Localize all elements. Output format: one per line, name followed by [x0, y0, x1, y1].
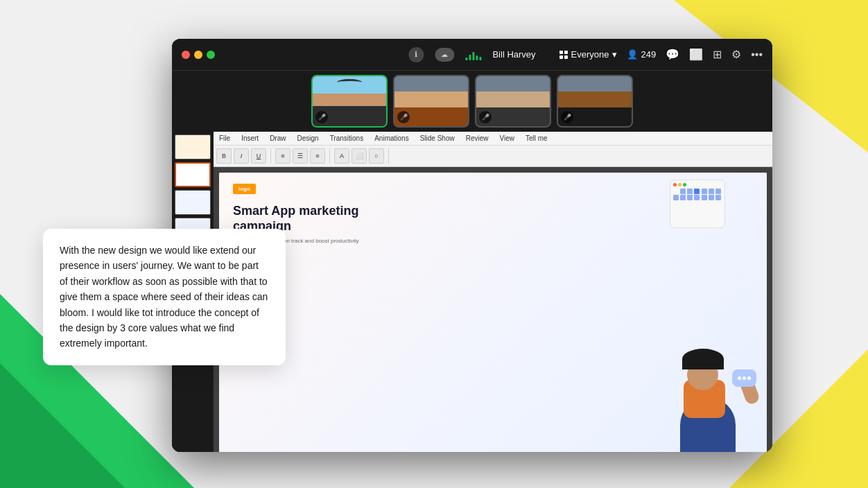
more-icon[interactable]: •••	[751, 49, 763, 61]
cal-dot-red	[673, 183, 677, 186]
chat-bubble-small	[732, 369, 756, 387]
participants-strip: 🎤 🎤 🎤 🎤	[172, 71, 772, 132]
everyone-label: Everyone	[571, 49, 609, 60]
ribbon-btn-7[interactable]: A	[334, 148, 349, 164]
traffic-lights	[182, 51, 215, 59]
mic-muted-icon-3: 🎤	[482, 114, 489, 121]
ribbon-btn-1[interactable]: B	[216, 148, 232, 164]
grid-dot-1	[559, 51, 563, 54]
slide-thumb-inner-3	[175, 191, 210, 214]
audio-bar-1	[465, 58, 467, 60]
mic-active-icon: 🎤	[318, 114, 326, 121]
mic-muted-icon-2: 🎤	[400, 114, 408, 121]
grid-dot-4	[564, 55, 568, 59]
calendar-header	[673, 183, 722, 186]
menu-view[interactable]: View	[496, 133, 517, 143]
ribbon-btn-9[interactable]: ○	[369, 148, 384, 164]
cloud-icon: ☁	[441, 51, 448, 58]
settings-icon[interactable]: ⚙	[731, 48, 741, 61]
info-button[interactable]: ℹ	[408, 47, 424, 62]
grid-dot-3	[559, 55, 563, 59]
calendar-widget	[670, 180, 725, 228]
cloud-button[interactable]: ☁	[435, 48, 454, 62]
ribbon-group-2: ≡ ☰ ≡	[275, 148, 330, 164]
participant-thumb-2[interactable]: 🎤	[393, 75, 469, 128]
traffic-light-close[interactable]	[182, 51, 190, 59]
slide-thumb-2[interactable]	[175, 162, 211, 187]
menu-tellme[interactable]: Tell me	[523, 133, 550, 143]
menu-animations[interactable]: Animations	[372, 133, 411, 143]
apps-icon[interactable]: ⊞	[713, 48, 722, 61]
menu-design[interactable]: Design	[294, 133, 321, 143]
title-bar-right: Everyone ▾ 👤 249 💬 ⬜ ⊞ ⚙ •••	[559, 48, 763, 61]
cal-dot-yellow	[678, 183, 682, 186]
info-icon: ℹ	[415, 50, 417, 59]
speech-bubble: With the new design we would like extend…	[43, 229, 286, 365]
mic-muted-icon-4: 🎤	[564, 114, 571, 121]
person-illustration	[670, 363, 760, 452]
participant-thumb-3[interactable]: 🎤	[475, 75, 551, 128]
menu-draw[interactable]: Draw	[267, 133, 288, 143]
ribbon-btn-4[interactable]: ≡	[275, 148, 290, 164]
menu-review[interactable]: Review	[463, 133, 492, 143]
participant-thumb-1[interactable]: 🎤	[311, 75, 388, 128]
ribbon-group-3: A ⬜ ○	[334, 148, 389, 164]
audio-bar-5	[479, 57, 481, 60]
title-bar: ℹ ☁ Bill Harvey Eve	[172, 39, 772, 71]
count-number: 249	[641, 49, 656, 60]
slide-content: logo Smart App marketing campaign Keep y…	[214, 167, 772, 452]
slide-frame: logo Smart App marketing campaign Keep y…	[219, 173, 767, 452]
cal-dot-green	[683, 183, 686, 186]
speech-bubble-text: With the new design we would like extend…	[60, 245, 268, 349]
slide-thumb-3[interactable]	[175, 190, 211, 215]
everyone-button[interactable]: Everyone ▾	[559, 49, 618, 60]
ribbon-group-1: B I U	[216, 148, 271, 164]
audio-bar-2	[469, 55, 471, 60]
grid-icon	[559, 51, 568, 59]
audio-bar-4	[476, 55, 478, 60]
slide-main: File Insert Draw Design Transitions Anim…	[214, 132, 772, 452]
participant-thumb-4[interactable]: 🎤	[557, 75, 633, 128]
slide-thumb-inner-1	[175, 135, 210, 159]
ribbon-btn-3[interactable]: U	[251, 148, 266, 164]
whiteboard-icon[interactable]: ⬜	[689, 48, 703, 61]
participant-mic-3: 🎤	[479, 111, 492, 123]
person-hair	[682, 349, 724, 369]
menu-insert[interactable]: Insert	[238, 133, 261, 143]
traffic-light-minimize[interactable]	[194, 51, 202, 59]
ribbon-btn-8[interactable]: ⬜	[351, 148, 367, 164]
traffic-light-maximize[interactable]	[207, 51, 215, 59]
dropdown-arrow: ▾	[612, 49, 617, 60]
menu-transitions[interactable]: Transitions	[327, 133, 367, 143]
audio-bars	[465, 49, 481, 60]
participant-mic-2: 🎤	[397, 111, 410, 123]
menu-slideshow[interactable]: Slide Show	[417, 133, 458, 143]
title-bar-center: ℹ ☁ Bill Harvey	[408, 47, 535, 62]
slide-thumb-inner-2	[175, 163, 210, 186]
ribbon-btn-5[interactable]: ☰	[293, 148, 308, 164]
chat-icon[interactable]: 💬	[666, 48, 679, 61]
menu-file[interactable]: File	[216, 133, 233, 143]
headphone-1	[337, 79, 362, 86]
participant-mic-4: 🎤	[561, 111, 573, 123]
participant-mic-1: 🎤	[315, 111, 328, 123]
slide-thumb-1[interactable]	[175, 134, 211, 159]
audio-bar-3	[472, 52, 474, 60]
calendar-grid	[673, 189, 722, 200]
ribbon-btn-6[interactable]: ≡	[310, 148, 325, 164]
grid-dot-2	[564, 51, 568, 54]
host-name: Bill Harvey	[492, 49, 535, 60]
ppt-menu-bar: File Insert Draw Design Transitions Anim…	[214, 132, 772, 146]
slide-logo-badge: logo	[233, 184, 256, 194]
ribbon-btn-2[interactable]: I	[234, 148, 249, 164]
ppt-ribbon: B I U ≡ ☰ ≡ A ⬜ ○	[214, 146, 772, 166]
participants-count[interactable]: 👤 249	[627, 49, 656, 60]
person-icon: 👤	[627, 49, 638, 60]
